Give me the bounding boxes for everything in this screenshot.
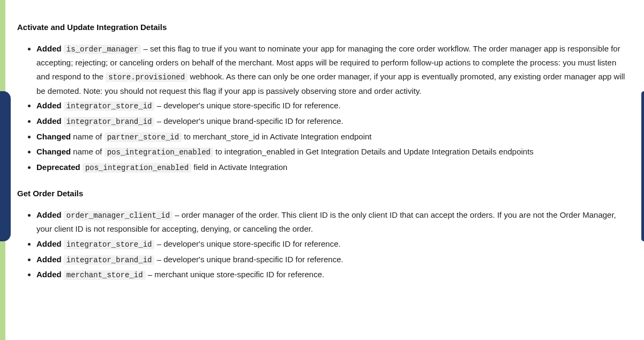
field-name: pos_integration_enabled — [83, 163, 191, 173]
change-tag: Added — [36, 116, 62, 125]
list-item: Changed name of partner_store_id to merc… — [36, 130, 627, 144]
change-tag: Added — [36, 239, 62, 248]
field-name: order_manager_client_id — [64, 211, 173, 220]
list-item: Deprecated pos_integration_enabled field… — [36, 160, 627, 175]
change-tag: Changed — [36, 132, 71, 141]
change-tag: Added — [36, 44, 62, 53]
field-name: integrator_store_id — [64, 101, 155, 111]
list-item: Added is_order_manager – set this flag t… — [36, 42, 627, 98]
field-name: integrator_brand_id — [64, 255, 155, 265]
list-item: Added order_manager_client_id – order ma… — [36, 208, 627, 236]
field-name: merchant_store_id — [64, 270, 146, 280]
changelog-content: Activate and Update Integration Details … — [0, 0, 644, 305]
field-name: integrator_brand_id — [64, 117, 155, 127]
list-item: Added integrator_brand_id – developer's … — [36, 253, 627, 267]
change-desc: to integration_enabled in Get Integratio… — [213, 147, 534, 156]
change-pre: name of — [71, 132, 104, 141]
right-scrollbar-handle[interactable] — [641, 91, 644, 241]
list-item: Added integrator_store_id – developer's … — [36, 237, 627, 252]
change-tag: Deprecated — [36, 162, 80, 172]
field-name: partner_store_id — [104, 132, 182, 142]
left-scrollbar-handle[interactable] — [0, 91, 11, 241]
change-list: Added order_manager_client_id – order ma… — [17, 208, 627, 283]
change-desc: field in Activate Integration — [191, 162, 287, 172]
field-name: integrator_store_id — [64, 240, 155, 249]
change-desc: – developer's unique store-specific ID f… — [154, 239, 340, 248]
field-name: store.provisioned — [106, 72, 188, 82]
change-tag: Added — [36, 210, 62, 219]
change-desc: – developer's unique brand-specific ID f… — [154, 255, 343, 264]
change-tag: Changed — [36, 147, 71, 156]
field-name: is_order_manager — [64, 45, 141, 54]
change-tag: Added — [36, 101, 62, 110]
list-item: Added integrator_store_id – developer's … — [36, 99, 627, 113]
change-tag: Added — [36, 255, 62, 264]
field-name: pos_integration_enabled — [104, 147, 213, 157]
change-list: Added is_order_manager – set this flag t… — [17, 42, 627, 175]
change-desc: – developer's unique brand-specific ID f… — [154, 116, 343, 125]
list-item: Changed name of pos_integration_enabled … — [36, 145, 627, 159]
change-pre: name of — [71, 147, 104, 156]
change-desc: – merchant unique store-specific ID for … — [146, 270, 325, 279]
list-item: Added integrator_brand_id – developer's … — [36, 114, 627, 129]
change-desc: – developer's unique store-specific ID f… — [154, 101, 340, 110]
section-title: Activate and Update Integration Details — [17, 20, 627, 34]
list-item: Added merchant_store_id – merchant uniqu… — [36, 268, 627, 282]
section-title: Get Order Details — [17, 187, 627, 201]
change-desc: to merchant_store_id in Activate Integra… — [182, 132, 371, 141]
change-tag: Added — [36, 270, 62, 279]
